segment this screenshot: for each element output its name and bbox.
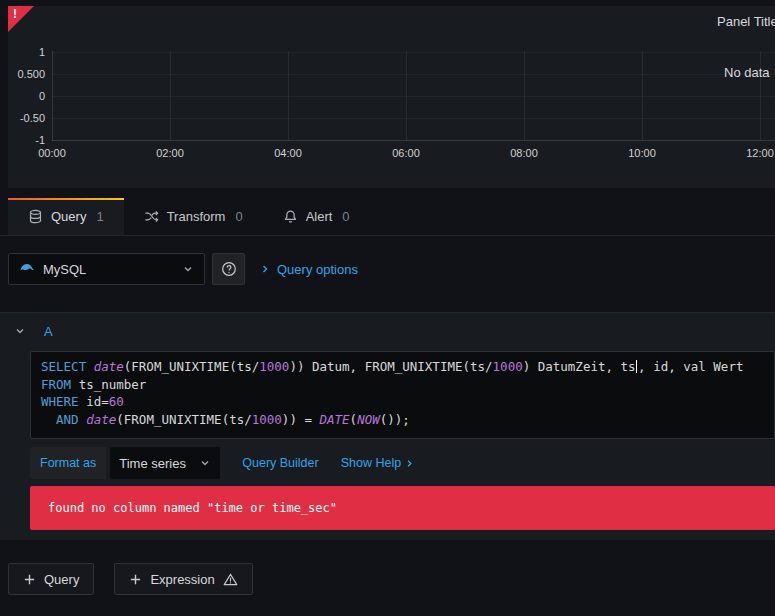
code-token: ts_number (71, 377, 146, 392)
y-tick-label: 0.500 (8, 67, 45, 81)
question-circle-icon (221, 261, 237, 277)
code-token: 1000 (259, 359, 289, 374)
code-line: SELECT date(FROM_UNIXTIME(ts/1000)) Datu… (41, 358, 764, 376)
mysql-icon (19, 259, 35, 279)
query-builder-link[interactable]: Query Builder (242, 456, 318, 470)
y-tick-label: 0 (8, 89, 45, 103)
code-token: )) Datum, FROM_UNIXTIME(ts/ (289, 359, 492, 374)
gridline-horizontal (52, 96, 775, 97)
chevron-right-icon (259, 263, 271, 275)
panel-error-corner[interactable]: ! (8, 6, 34, 32)
datasource-picker[interactable]: MySQL (8, 253, 205, 285)
add-query-button[interactable]: Query (8, 563, 94, 595)
y-tick-label: 1 (8, 45, 45, 59)
query-options-label: Query options (277, 262, 358, 277)
code-token: id= (79, 394, 109, 409)
code-token: FROM (41, 377, 71, 392)
x-tick-label: 06:00 (384, 147, 428, 159)
y-tick-label: -0.50 (8, 111, 45, 125)
code-token: NOW (357, 412, 380, 427)
datasource-name: MySQL (43, 262, 174, 277)
query-editor-row: A SELECT date(FROM_UNIXTIME(ts/1000)) Da… (0, 312, 775, 540)
tab-label: Transform (167, 209, 226, 224)
code-token: AND (56, 412, 79, 427)
code-token: (FROM_UNIXTIME(ts/ (116, 412, 251, 427)
shuffle-icon (144, 209, 159, 224)
gridline-horizontal (52, 52, 775, 53)
code-token: ()); (380, 412, 410, 427)
code-token: date (86, 412, 116, 427)
tab-label: Alert (306, 209, 333, 224)
chevron-down-icon (182, 263, 194, 275)
query-builder-label: Query Builder (242, 456, 318, 470)
chevron-right-icon (404, 458, 415, 469)
panel: ! Panel Title 1 0.500 0 -0.50 -1 00:00 0… (8, 6, 775, 188)
panel-title[interactable]: Panel Title (717, 14, 775, 29)
show-help-link[interactable]: Show Help (341, 456, 415, 470)
code-token: )) = (282, 412, 320, 427)
code-line: AND date(FROM_UNIXTIME(ts/1000)) = DATE(… (41, 411, 764, 429)
tab-label: Query (51, 209, 86, 224)
code-line: FROM ts_number (41, 376, 764, 394)
code-token: SELECT (41, 359, 86, 374)
code-token: WHERE (41, 394, 79, 409)
database-icon (28, 209, 43, 224)
code-token: DATE (320, 412, 350, 427)
code-token: 60 (109, 394, 124, 409)
tab-count: 1 (96, 209, 103, 224)
query-options-toggle[interactable]: Query options (259, 262, 358, 277)
code-token: 1000 (252, 412, 282, 427)
tab-count: 0 (342, 209, 349, 224)
tab-alert[interactable]: Alert 0 (263, 198, 370, 235)
query-ref-id: A (44, 324, 53, 339)
gridline-horizontal (52, 118, 775, 119)
datasource-row: MySQL Query options (8, 253, 358, 285)
tab-transform[interactable]: Transform 0 (124, 198, 263, 235)
code-line: WHERE id=60 (41, 393, 764, 411)
code-token: ( (350, 412, 358, 427)
query-row-header[interactable]: A (0, 313, 775, 349)
grafana-panel-editor: ! Panel Title 1 0.500 0 -0.50 -1 00:00 0… (0, 0, 775, 616)
plus-icon (23, 573, 36, 586)
editor-tab-bar: Query 1 Transform 0 (0, 198, 775, 236)
sql-editor[interactable]: SELECT date(FROM_UNIXTIME(ts/1000)) Datu… (30, 351, 775, 439)
format-select[interactable]: Time series (110, 447, 220, 479)
error-exclamation-icon: ! (13, 7, 17, 21)
code-token: (FROM_UNIXTIME(ts/ (124, 359, 259, 374)
chevron-down-icon (14, 325, 26, 337)
chevron-down-icon (199, 457, 211, 469)
bell-icon (283, 209, 298, 224)
plus-icon (129, 573, 142, 586)
tab-query[interactable]: Query 1 (8, 198, 124, 235)
code-token: date (94, 359, 124, 374)
code-token: 1000 (493, 359, 523, 374)
no-data-message: No data (724, 65, 770, 80)
y-tick-label: -1 (8, 133, 45, 147)
show-help-label: Show Help (341, 456, 401, 470)
format-as-label: Format as (30, 447, 106, 479)
query-error-banner: found no column named "time or time_sec" (30, 486, 775, 530)
code-token: ) DatumZeit, ts (523, 359, 636, 374)
footer-actions: Query Expression (8, 563, 253, 595)
error-message: found no column named "time or time_sec" (48, 501, 337, 515)
add-expression-label: Expression (150, 572, 214, 587)
code-token: , id, val Wert (638, 359, 743, 374)
gridline-horizontal (52, 74, 775, 75)
warning-triangle-icon (223, 572, 238, 587)
x-tick-label: 00:00 (30, 147, 74, 159)
code-token (41, 412, 56, 427)
x-tick-label: 12:00 (738, 147, 775, 159)
add-expression-button[interactable]: Expression (114, 563, 252, 595)
x-tick-label: 10:00 (620, 147, 664, 159)
x-tick-label: 08:00 (502, 147, 546, 159)
format-row: Format as Time series Query Builder Show… (30, 447, 415, 479)
format-select-value: Time series (119, 456, 186, 471)
x-axis-line (52, 140, 775, 141)
add-query-label: Query (44, 572, 79, 587)
tab-count: 0 (235, 209, 242, 224)
code-token (86, 359, 94, 374)
x-tick-label: 02:00 (148, 147, 192, 159)
datasource-help-button[interactable] (212, 253, 245, 285)
text-cursor (636, 360, 638, 373)
x-tick-label: 04:00 (266, 147, 310, 159)
